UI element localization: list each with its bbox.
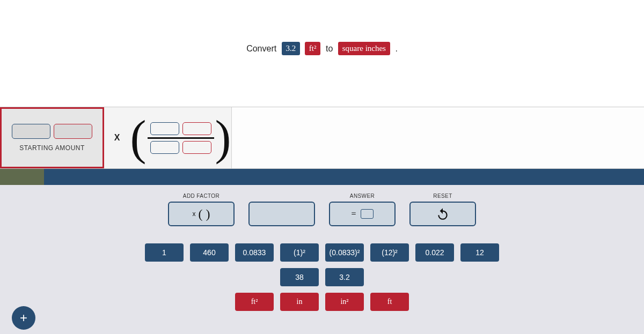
blank-control-button[interactable]: [248, 202, 315, 226]
answer-eq: =: [351, 209, 356, 219]
prompt-trailing: .: [395, 44, 397, 53]
answer-value-box: [361, 209, 374, 219]
prompt-value-chip: 3.2: [282, 42, 301, 55]
answer-label: ANSWER: [350, 193, 375, 199]
conversion-prompt: Convert 3.2 ft² to square inches .: [0, 42, 644, 55]
expression-row: STARTING AMOUNT X ( ): [0, 107, 644, 169]
add-factor-button[interactable]: x ( ): [168, 202, 235, 226]
numerator-value-slot[interactable]: [150, 122, 179, 135]
add-factor-label: ADD FACTOR: [183, 193, 219, 199]
times-symbol: X: [104, 107, 130, 168]
tile-unit[interactable]: in: [280, 293, 319, 311]
add-factor-parens: ( ): [199, 207, 210, 221]
starting-unit-slot[interactable]: [54, 124, 92, 139]
paren-close-icon: ): [215, 114, 231, 162]
tile-unit[interactable]: ft²: [235, 293, 274, 311]
blue-band: [0, 169, 644, 185]
tile-grid: 1 460 0.0833 (1)² (0.0833)² (12)² 0.022 …: [0, 243, 644, 311]
denominator-value-slot[interactable]: [150, 141, 179, 154]
tile-value[interactable]: 38: [280, 268, 319, 286]
paren-open-icon: (: [130, 114, 147, 162]
progress-segment: [0, 169, 44, 185]
denominator-unit-slot[interactable]: [182, 141, 211, 154]
tile-value[interactable]: (12)²: [370, 243, 409, 262]
answer-button[interactable]: =: [329, 202, 396, 226]
tile-value[interactable]: (0.0833)²: [325, 243, 364, 262]
tile-value[interactable]: 1: [145, 243, 184, 262]
prompt-to-word: to: [326, 44, 333, 53]
prompt-convert-word: Convert: [246, 44, 276, 53]
control-buttons-row: ADD FACTOR x ( ) ANSWER = RESET: [0, 193, 644, 226]
starting-value-slot[interactable]: [12, 124, 50, 139]
starting-amount-panel[interactable]: STARTING AMOUNT: [0, 107, 104, 168]
numerator-unit-slot[interactable]: [182, 122, 211, 135]
add-factor-x: x: [193, 210, 196, 218]
tile-unit[interactable]: in²: [325, 293, 364, 311]
tile-value[interactable]: 3.2: [325, 268, 364, 286]
starting-amount-label: STARTING AMOUNT: [19, 144, 85, 152]
add-fab-button[interactable]: +: [12, 306, 35, 330]
reset-label: RESET: [433, 193, 452, 199]
plus-icon: +: [20, 310, 27, 325]
tile-row-2: 38 3.2: [145, 268, 499, 286]
factor-panel[interactable]: ( ): [130, 107, 232, 168]
reset-button[interactable]: [409, 202, 476, 226]
conversion-fraction: [148, 122, 214, 154]
tile-row-1: 1 460 0.0833 (1)² (0.0833)² (12)² 0.022 …: [145, 243, 499, 262]
tile-value[interactable]: 12: [460, 243, 499, 262]
prompt-to-unit-chip: square inches: [338, 42, 390, 55]
tile-unit[interactable]: ft: [370, 293, 409, 311]
prompt-from-unit-chip: ft²: [305, 42, 321, 55]
tile-value[interactable]: 0.022: [415, 243, 454, 262]
undo-icon: [436, 207, 450, 221]
tile-row-3: ft² in in² ft: [145, 293, 499, 311]
fraction-bar: [148, 137, 214, 139]
tile-value[interactable]: (1)²: [280, 243, 319, 262]
tile-value[interactable]: 0.0833: [235, 243, 274, 262]
tile-value[interactable]: 460: [190, 243, 229, 262]
